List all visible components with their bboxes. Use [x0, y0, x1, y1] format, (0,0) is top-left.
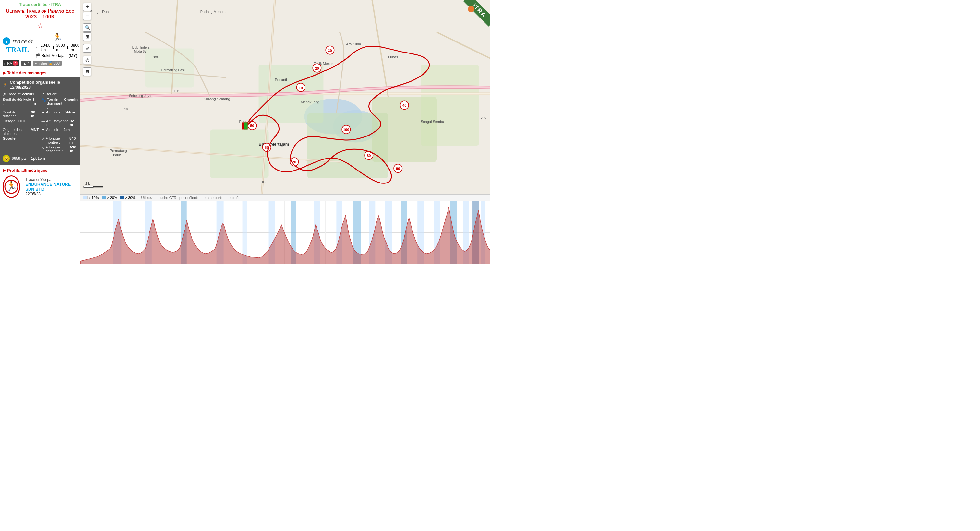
alti-max-label: Alti. max. : [46, 110, 64, 114]
itra-dot [468, 6, 474, 12]
svg-text:2 km: 2 km [85, 182, 92, 185]
seuil-denivele-item: Seuil de dénivelé : 3 m [3, 98, 39, 109]
alti-min-label: Alti. min. : [46, 128, 62, 132]
favorite-star-icon[interactable]: ☆ [37, 22, 43, 30]
left-panel: Trace certifiée - ITRA Ultimate Trails o… [0, 0, 80, 266]
finisher-value: 303 [54, 61, 60, 65]
alti-min-value: 2 m [63, 128, 70, 132]
alti-min-icon: ▼ [41, 128, 45, 132]
map-controls: + − 🔍 ⊞ ⤢ ◎ ⊟ [83, 3, 91, 76]
montee-label: + longue montée : [46, 137, 69, 144]
info-section: 🏃 Compétition organisée le 12/08/2023 ↗ … [0, 77, 80, 165]
trace-no-item: ↗ Trace n° 220901 [3, 92, 39, 97]
trace-no-value: 220901 [22, 92, 34, 96]
ascent-icon: ⬆ [52, 45, 55, 50]
google-value: Google [3, 137, 16, 140]
finisher-label: Finisher [35, 61, 47, 65]
competition-header: 🏃 Compétition organisée le 12/08/2023 [3, 80, 78, 89]
location-button[interactable]: ◎ [83, 56, 91, 64]
chart-svg-container[interactable] [80, 201, 490, 264]
terrain-label: Terrain dominant : [47, 98, 63, 109]
trace-logo-icon [3, 37, 10, 45]
alti-min-item: ▼ Alti. min. : 2 m [41, 128, 78, 135]
creator-box: Trace créée par ENDURANCE NATURE SDN BHD… [23, 175, 78, 199]
descente-icon: ↘ [41, 145, 45, 150]
itra-ribbon: iTRA [463, 0, 490, 27]
legend-box-20pct [102, 196, 106, 199]
ascent-value: 3800 m [56, 43, 65, 52]
montee-value: 540 m [69, 137, 78, 144]
alti-moy-label: Alti. moyenne : [46, 119, 69, 127]
lissage-label: Lissage : [3, 119, 18, 123]
itra-number: 4 [13, 60, 18, 66]
creator-date: 22/05/23 [25, 192, 75, 196]
distance-row: ↔ 104.8 km ⬆ 3800 m ⬇ 3800 m [35, 43, 79, 52]
svg-text:100: 100 [343, 128, 349, 132]
grid-button[interactable]: ⊟ [83, 67, 91, 76]
seuil-distance-value: 30 m [31, 110, 39, 118]
svg-text:P198: P198 [152, 55, 159, 58]
svg-text:E15: E15 [175, 89, 180, 93]
zoom-in-button[interactable]: + [83, 3, 91, 11]
star-row: ☆ [0, 21, 80, 32]
svg-text:90: 90 [396, 167, 400, 170]
alti-max-item: ▲ Alti. max. : 544 m [41, 110, 78, 118]
svg-text:Kubang Semang: Kubang Semang [204, 97, 230, 101]
svg-rect-70 [84, 186, 93, 188]
badge-finisher: Finisher 🏅 303 [33, 60, 62, 66]
seuil-denivele-value: 3 m [33, 98, 39, 105]
montee-icon: ↗ [41, 137, 45, 141]
svg-rect-90 [243, 201, 247, 264]
legend-label-30pct: > 30% [125, 196, 135, 200]
points-value: 6659 pts – 1pt/15m [12, 156, 45, 161]
badge-itra: iTRA 4 [3, 60, 19, 67]
map-area[interactable]: Permatang Pauh Seberang Jaya Penanti Tas… [80, 0, 490, 194]
type-value: Boucle [46, 92, 57, 96]
alti-moy-icon: — [41, 119, 45, 123]
type-item: ↺ Boucle [41, 92, 78, 97]
legend-box-30pct [120, 196, 124, 199]
legend-item-30: > 30% [120, 196, 135, 200]
svg-rect-65 [244, 122, 248, 129]
finisher-icon: 🏅 [48, 61, 53, 65]
competition-icon: 🏃 [3, 82, 8, 87]
zoom-out-button[interactable]: − [83, 12, 91, 20]
descente-item: ↘ + longue descente : 530 m [41, 145, 78, 153]
svg-rect-13 [421, 65, 479, 146]
divider-arrows: ⌄⌄ [480, 114, 487, 119]
terrain-icon: 🐾 [41, 98, 46, 102]
lissage-item: Lissage : Oui [3, 119, 39, 127]
descente-label: + longue descente : [46, 145, 69, 153]
share-icon: ↗ [3, 92, 6, 97]
layers-button[interactable]: ⊞ [83, 32, 91, 41]
altimetric-title[interactable]: Profils altimétriques [3, 167, 78, 174]
trace-word: trace [12, 37, 27, 45]
svg-text:30: 30 [328, 49, 332, 52]
alti-max-value: 544 m [65, 110, 75, 114]
trail-word: TRAIL [6, 45, 29, 54]
trace-no-label: Trace n° [7, 92, 21, 96]
svg-text:Bukit Indera: Bukit Indera [132, 46, 150, 49]
descent-value: 3800 m [71, 43, 80, 52]
stats-right: 🏃 ↔ 104.8 km ⬆ 3800 m ⬇ 3800 m 🏴 Bukit M… [35, 33, 79, 58]
chart-legend: > 10% > 20% > 30% Utilisez la touche CTR… [80, 194, 490, 201]
chart-area[interactable]: > 10% > 20% > 30% Utilisez la touche CTR… [80, 194, 490, 266]
location-value: Bukit Mertajam (MY) [41, 54, 77, 58]
altimetric-section: Profils altimétriques 🏃 Trace créée par … [0, 165, 80, 201]
google-item: Google [3, 137, 39, 144]
info-grid: ↗ Trace n° 220901 ↺ Boucle Seuil de déni… [3, 92, 78, 153]
passages-section-title[interactable]: Table des passages [0, 68, 80, 76]
montee-item: ↗ + longue montée : 540 m [41, 137, 78, 144]
expand-button[interactable]: ⤢ [83, 44, 91, 52]
legend-label-20pct: > 20% [107, 196, 118, 200]
loop-icon: ↺ [41, 92, 45, 97]
spacer-item [3, 145, 39, 153]
svg-text:Permatang Pasir: Permatang Pasir [162, 68, 186, 72]
descent-icon: ⬇ [66, 45, 69, 50]
svg-text:🏃: 🏃 [6, 181, 17, 192]
lissage-value: Oui [19, 119, 25, 123]
logo-stats-row: trace de TRAIL 🏃 ↔ 104.8 km ⬆ 3800 m ⬇ 3… [0, 32, 80, 59]
alti-moy-item: — Alti. moyenne : 92 m [41, 119, 78, 127]
seuil-distance-label: Seuil de distance : [3, 110, 30, 118]
search-location-button[interactable]: 🔍 [83, 23, 91, 32]
